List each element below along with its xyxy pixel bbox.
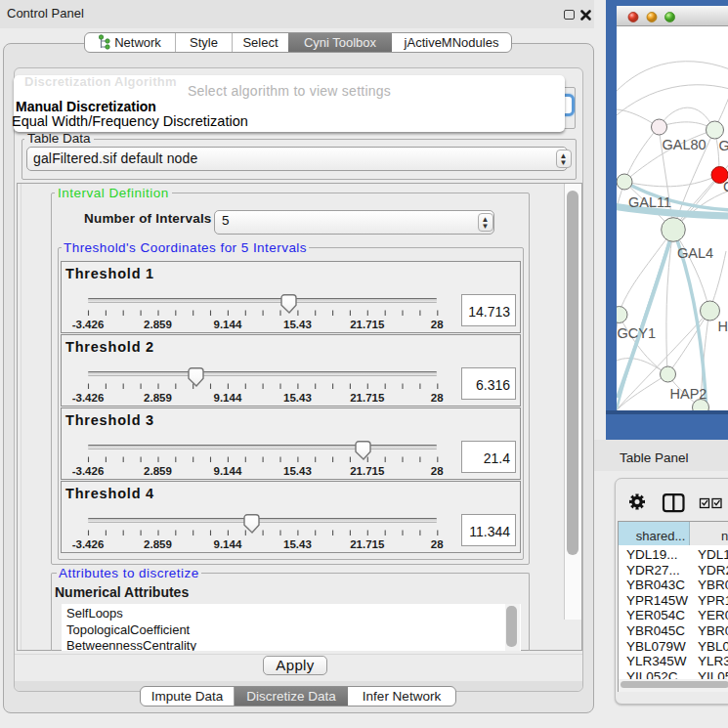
svg-text:GA: GA (719, 138, 728, 153)
svg-text:GAL4: GAL4 (677, 245, 713, 261)
svg-text:HAP2: HAP2 (670, 386, 707, 402)
svg-text:GCY1: GCY1 (618, 325, 657, 341)
svg-text:GAL11: GAL11 (628, 194, 671, 210)
svg-text:GAL80: GAL80 (663, 137, 707, 152)
svg-text:CR: CR (723, 179, 728, 194)
svg-text:HA: HA (718, 319, 728, 334)
